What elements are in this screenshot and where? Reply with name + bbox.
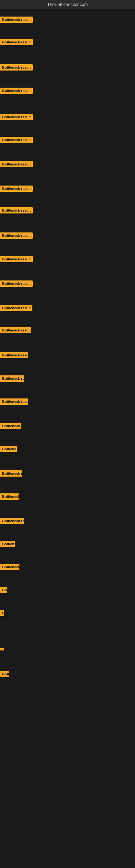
bottleneck-item[interactable]: Bottleneck [0, 493, 19, 501]
bottleneck-item[interactable]: Bottleneck result [0, 88, 33, 95]
bottleneck-badge: Bottleneck result [0, 39, 33, 45]
bottleneck-item[interactable]: B [0, 610, 4, 617]
bottleneck-item[interactable] [0, 647, 4, 652]
site-title: TheBottlenecker.com [0, 0, 135, 9]
bottleneck-badge [0, 648, 4, 650]
bottleneck-badge: Bottleneck result [0, 17, 33, 23]
bottleneck-badge: Bottleneck result [0, 232, 33, 239]
bottleneck-item[interactable]: Bottleneck result [0, 186, 33, 193]
bottleneck-item[interactable]: Bottleneck result [0, 39, 33, 46]
bottleneck-item[interactable]: Bottlen [0, 541, 15, 548]
bottleneck-item[interactable]: Bottlene [0, 446, 17, 453]
bottleneck-badge: Bott [0, 671, 9, 677]
bottleneck-badge: Bottleneck resul [0, 399, 28, 405]
bottleneck-item[interactable]: Bo [0, 587, 7, 594]
bottleneck-badge: Bottleneck result [0, 114, 33, 120]
bottleneck-badge: Bottleneck r [0, 470, 22, 476]
bottleneck-badge: Bottleneck result [0, 137, 33, 143]
bottleneck-badge: Bottlen [0, 541, 15, 547]
bottleneck-badge: Bo [0, 587, 7, 593]
bottleneck-badge: Bottleneck result [0, 186, 33, 192]
bottleneck-badge: Bottleneck result [0, 161, 33, 167]
bottleneck-badge: Bottleneck result [0, 305, 32, 311]
bottleneck-badge: Bottlene [0, 446, 17, 452]
bottleneck-item[interactable]: Bottleneck result [0, 17, 33, 24]
bottleneck-item[interactable]: Bottleneck result [0, 114, 33, 121]
bottleneck-badge: Bottleneck result [0, 88, 33, 94]
bottleneck-item[interactable]: Bottleneck result [0, 256, 33, 264]
bottleneck-badge: Bottleneck result [0, 207, 33, 214]
bottleneck-badge: Bottleneck [0, 493, 19, 500]
bottleneck-item[interactable]: Bottleneck result [0, 207, 33, 215]
bottleneck-badge: Bottleneck re [0, 375, 24, 382]
bottleneck-badge: Bottleneck result [0, 64, 33, 70]
bottleneck-badge: Bottleneck result [0, 352, 28, 358]
bottleneck-badge: Bottleneck re [0, 518, 24, 524]
bottleneck-badge: Bottleneck result [0, 327, 31, 333]
bottleneck-item[interactable]: Bottleneck re [0, 518, 24, 525]
bottleneck-item[interactable]: Bottleneck resul [0, 399, 28, 406]
bottleneck-item[interactable]: Bottleneck result [0, 327, 31, 335]
bottleneck-badge: Bottleneck result [0, 256, 33, 262]
bottleneck-badge: Bottleneck [0, 423, 21, 429]
bottleneck-badge: Bottleneck result [0, 280, 33, 287]
bottleneck-item[interactable]: Bottleneck result [0, 352, 28, 360]
bottleneck-item[interactable]: Bottleneck result [0, 161, 33, 168]
bottleneck-badge: Bottleneck [0, 564, 19, 570]
bottleneck-item[interactable]: Bottleneck [0, 423, 21, 430]
bottleneck-item[interactable]: Bottleneck result [0, 280, 33, 288]
bottleneck-item[interactable]: Bott [0, 671, 9, 678]
bottleneck-item[interactable]: Bottleneck result [0, 64, 33, 72]
bottleneck-badge: B [0, 610, 4, 616]
bottleneck-item[interactable]: Bottleneck re [0, 375, 24, 383]
bottleneck-item[interactable]: Bottleneck r [0, 470, 22, 478]
bottleneck-item[interactable]: Bottleneck result [0, 305, 32, 312]
bottleneck-item[interactable]: Bottleneck result [0, 232, 33, 240]
bottleneck-item[interactable]: Bottleneck [0, 564, 19, 571]
bottleneck-item[interactable]: Bottleneck result [0, 137, 33, 144]
